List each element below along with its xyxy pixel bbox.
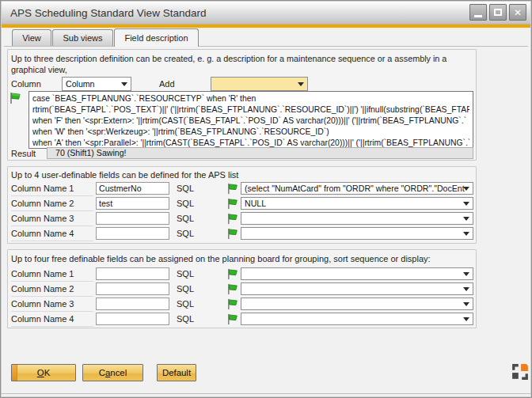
sql-label: SQL bbox=[177, 199, 194, 208]
flag-icon[interactable] bbox=[226, 228, 239, 241]
ok-button[interactable]: OK bbox=[11, 364, 76, 381]
column-name-2-input[interactable] bbox=[96, 197, 169, 210]
default-button-indicator bbox=[12, 365, 17, 381]
sql-select-1-value: (select "NumAtCard" from "ORDR" where "O… bbox=[245, 184, 465, 193]
maximize-button[interactable] bbox=[489, 4, 507, 21]
tab-field-description[interactable]: Field description bbox=[114, 28, 199, 47]
close-button[interactable]: ✕ bbox=[509, 4, 526, 21]
default-button[interactable]: Default bbox=[157, 364, 196, 381]
board-column-name-3-input[interactable] bbox=[96, 298, 169, 310]
column-name-3-input[interactable] bbox=[96, 212, 169, 225]
sql-line: case `BEAS_FTPLANUNG`.`RESOURCETYP` when… bbox=[32, 93, 469, 104]
close-icon: ✕ bbox=[514, 8, 522, 17]
chevron-down-icon bbox=[463, 232, 469, 236]
board-sql-select-1[interactable] bbox=[241, 267, 473, 280]
aps-field-row-3: Column Name 3 SQL bbox=[11, 212, 473, 226]
cancel-button-label: Cancel bbox=[99, 368, 127, 377]
aps-field-row-2: Column Name 2 SQL NULL bbox=[11, 197, 473, 210]
chevron-down-icon bbox=[463, 272, 469, 276]
board-sql-select-3[interactable] bbox=[241, 298, 473, 310]
flag-icon[interactable] bbox=[226, 198, 239, 210]
aps-field-row-4: Column Name 4 SQL bbox=[11, 227, 473, 241]
tab-view[interactable]: View bbox=[12, 29, 51, 46]
flag-icon[interactable] bbox=[226, 298, 239, 311]
sql-select-1[interactable]: (select "NumAtCard" from "ORDR" where "O… bbox=[241, 182, 473, 195]
description-sql-editor[interactable]: case `BEAS_FTPLANUNG`.`RESOURCETYP` when… bbox=[28, 91, 473, 149]
cancel-button[interactable]: Cancel bbox=[82, 364, 143, 381]
window-title: APS Scheduling Standard View Standard bbox=[10, 2, 206, 25]
result-value: 70 (Shift1) Sawing! bbox=[47, 147, 473, 159]
section3-heading: Up to four free definable fields can be … bbox=[11, 254, 431, 263]
result-label: Result bbox=[11, 149, 36, 158]
sql-label: SQL bbox=[177, 269, 194, 279]
sql-label: SQL bbox=[177, 214, 194, 223]
board-column-name-2-input[interactable] bbox=[96, 282, 169, 295]
sql-label: SQL bbox=[177, 284, 194, 294]
sql-select-2[interactable]: NULL bbox=[241, 197, 473, 210]
sql-select-2-value: NULL bbox=[245, 199, 266, 208]
board-field-row-2: Column Name 2 SQL bbox=[11, 282, 473, 296]
board-field-row-1: Column Name 1 SQL bbox=[11, 267, 473, 281]
column-select-value: Column bbox=[66, 79, 95, 89]
column-name-3-label: Column Name 3 bbox=[11, 214, 93, 226]
board-sql-select-2[interactable] bbox=[241, 282, 473, 295]
column-name-1-input[interactable] bbox=[96, 182, 169, 195]
add-select[interactable] bbox=[211, 77, 308, 91]
minimize-button[interactable] bbox=[469, 4, 487, 21]
column-name-3-label: Column Name 3 bbox=[11, 299, 93, 312]
sql-label: SQL bbox=[177, 299, 194, 309]
chevron-down-icon bbox=[298, 82, 304, 86]
sql-line: rtrim(`BEAS_FTAPL`.`POS_TEXT`)||' ('||rt… bbox=[32, 104, 469, 116]
minimize-icon bbox=[474, 15, 482, 17]
column-name-4-input[interactable] bbox=[96, 227, 169, 240]
section1-description-text: Up to three description definition can b… bbox=[11, 53, 477, 75]
sql-select-4[interactable] bbox=[241, 227, 473, 240]
flag-icon[interactable] bbox=[9, 92, 21, 104]
chevron-down-icon bbox=[463, 187, 469, 191]
ok-button-label: OK bbox=[37, 368, 50, 377]
board-column-name-4-input[interactable] bbox=[96, 313, 169, 325]
flag-icon[interactable] bbox=[226, 183, 239, 195]
column-name-2-label: Column Name 2 bbox=[11, 284, 93, 297]
board-sql-select-4[interactable] bbox=[241, 313, 473, 325]
window-bottom-edge bbox=[1, 393, 531, 394]
board-field-row-4: Column Name 4 SQL bbox=[11, 313, 473, 326]
aps-scheduling-dialog: APS Scheduling Standard View Standard ✕ … bbox=[0, 0, 532, 398]
flag-icon[interactable] bbox=[226, 313, 239, 326]
column-label: Column bbox=[11, 79, 41, 89]
column-name-1-label: Column Name 1 bbox=[11, 269, 93, 282]
tab-sub-views[interactable]: Sub views bbox=[52, 29, 113, 46]
title-bar[interactable]: APS Scheduling Standard View Standard bbox=[2, 2, 530, 25]
resize-grip-icon[interactable] bbox=[511, 363, 529, 381]
sql-line: when 'F' then '<spr:Extern>: '||rtrim(CA… bbox=[32, 116, 469, 127]
chevron-down-icon bbox=[463, 317, 469, 321]
sql-line: when 'W' then '<spr:Werkzeug>: '||rtrim(… bbox=[32, 127, 469, 138]
sql-label: SQL bbox=[177, 184, 194, 193]
sql-select-3[interactable] bbox=[241, 212, 473, 225]
chevron-down-icon bbox=[463, 302, 469, 306]
column-name-4-label: Column Name 4 bbox=[11, 314, 93, 327]
chevron-down-icon bbox=[463, 217, 469, 221]
board-column-name-1-input[interactable] bbox=[96, 267, 169, 280]
column-name-1-label: Column Name 1 bbox=[11, 184, 93, 196]
add-label: Add bbox=[159, 79, 175, 89]
section2-heading: Up to 4 user-definable fields can be def… bbox=[11, 170, 238, 180]
flag-icon[interactable] bbox=[226, 268, 239, 281]
tab-divider bbox=[4, 46, 528, 47]
sql-label: SQL bbox=[177, 229, 194, 238]
chevron-down-icon bbox=[121, 82, 127, 86]
board-field-row-3: Column Name 3 SQL bbox=[11, 298, 473, 311]
aps-field-row-1: Column Name 1 SQL (select "NumAtCard" fr… bbox=[11, 182, 473, 195]
sql-label: SQL bbox=[177, 314, 194, 324]
column-name-4-label: Column Name 4 bbox=[11, 229, 93, 241]
flag-icon[interactable] bbox=[226, 213, 239, 226]
flag-icon[interactable] bbox=[226, 283, 239, 296]
accent-bar bbox=[2, 25, 530, 28]
chevron-down-icon bbox=[463, 202, 469, 206]
column-name-2-label: Column Name 2 bbox=[11, 199, 93, 211]
default-button-label: Default bbox=[162, 368, 191, 377]
column-select[interactable]: Column bbox=[62, 77, 131, 91]
maximize-icon bbox=[494, 9, 502, 16]
chevron-down-icon bbox=[463, 287, 469, 291]
